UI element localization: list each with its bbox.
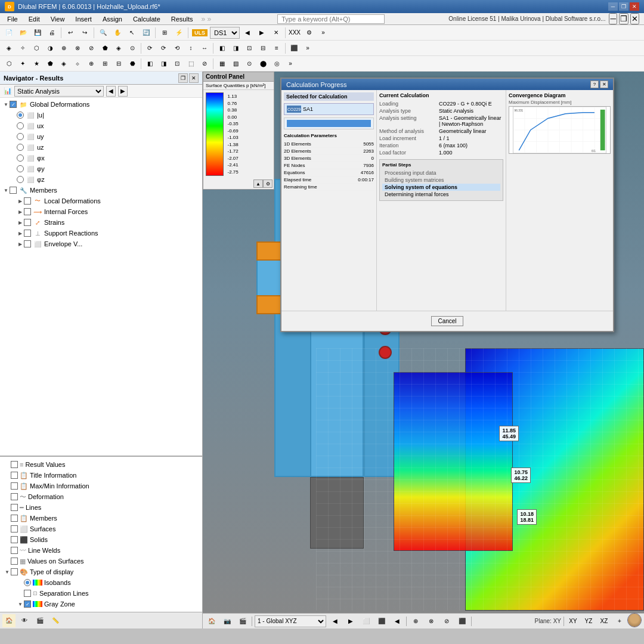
tb-ds-combo[interactable]: DS1 [210, 27, 240, 39]
restore-button[interactable]: ❐ [619, 2, 628, 11]
nav-btn-eye[interactable]: 👁 [18, 614, 31, 627]
static-analysis-select[interactable]: Static Analysis [14, 86, 104, 97]
menu-edit[interactable]: Edit [24, 14, 45, 24]
tb3-17[interactable]: ▧ [229, 57, 242, 70]
tree-item-phiy[interactable]: ⬜ φy [0, 163, 202, 174]
check-local-deformations[interactable] [24, 197, 31, 205]
view-combo[interactable]: 1 - Global XYZ [255, 615, 326, 627]
menu-file[interactable]: File [2, 14, 23, 24]
license-close[interactable]: ✕ [630, 13, 639, 24]
check-members-bottom[interactable] [11, 515, 18, 522]
radio-phiz[interactable] [17, 176, 24, 183]
tb3-7[interactable]: ⊕ [85, 57, 98, 70]
tb3-12[interactable]: ◨ [157, 57, 170, 70]
tb3-11[interactable]: ◧ [143, 57, 156, 70]
tb-new[interactable]: 📄 [2, 26, 16, 39]
bottom-line-welds[interactable]: 〰 Line Welds [0, 545, 202, 556]
menu-calculate[interactable]: Calculate [128, 14, 165, 24]
check-maxmin-info[interactable] [11, 482, 18, 490]
tree-item-local-deformations[interactable]: 〜 Local Deformations [0, 196, 202, 206]
radio-uy[interactable] [17, 133, 24, 140]
menu-results[interactable]: Results [166, 14, 198, 24]
bottom-gray-zone[interactable]: Gray Zone [0, 599, 202, 609]
close-button[interactable]: ✕ [630, 2, 639, 11]
check-members[interactable] [10, 187, 17, 194]
tree-item-phix[interactable]: ⬜ φx [0, 153, 202, 163]
radio-phix[interactable] [17, 154, 24, 162]
expand-strains[interactable] [17, 219, 24, 226]
check-values-surfaces[interactable] [11, 558, 18, 565]
check-lines[interactable] [11, 504, 18, 511]
status-layout-1[interactable]: ⬜ [360, 615, 373, 628]
license-restore[interactable]: ─ [609, 13, 617, 24]
radio-phiy[interactable] [17, 165, 24, 172]
check-surfaces[interactable] [11, 525, 18, 532]
bottom-separation-lines[interactable]: ⊡ Separation Lines [0, 588, 202, 599]
status-nav-1[interactable]: ◀ [329, 615, 342, 628]
tb-rotate[interactable]: 🔄 [140, 26, 153, 39]
minimize-button[interactable]: ─ [608, 2, 618, 11]
bottom-surfaces[interactable]: ⬜ Surfaces [0, 524, 202, 534]
tb2-9[interactable]: ◈ [112, 42, 125, 55]
radio-uz[interactable] [17, 144, 24, 151]
tb3-13[interactable]: ⊡ [171, 57, 184, 70]
check-line-welds[interactable] [11, 547, 18, 554]
tb2-21[interactable]: ⬛ [287, 42, 301, 55]
check-title-info[interactable] [11, 472, 18, 479]
expand-internal-forces[interactable] [17, 208, 24, 215]
check-global-deformations[interactable] [10, 101, 17, 108]
status-axis-1[interactable]: XY [566, 615, 580, 628]
tb-redo[interactable]: ↪ [78, 26, 91, 39]
tb-mark[interactable]: ✕ [270, 26, 283, 39]
tb2-13[interactable]: ⟲ [171, 42, 184, 55]
tb3-20[interactable]: ◎ [270, 57, 283, 70]
dialog-close-btn[interactable]: ✕ [600, 80, 608, 88]
tb-next[interactable]: ▶ [255, 26, 268, 39]
tb2-18[interactable]: ⊡ [243, 42, 256, 55]
tree-item-envelope[interactable]: ⬜ Envelope V... [0, 239, 202, 249]
check-support-reactions[interactable] [24, 230, 31, 237]
tb2-14[interactable]: ↕ [184, 42, 197, 55]
radio-ux[interactable] [17, 122, 24, 129]
bottom-title-info[interactable]: 📋 Title Information [0, 470, 202, 481]
tb-select[interactable]: ↖ [125, 26, 138, 39]
tree-item-members[interactable]: 🔧 Members [0, 185, 202, 196]
status-icon-4[interactable]: ⬛ [456, 615, 469, 628]
nav-close-btn[interactable]: ✕ [189, 73, 199, 83]
tb-settings[interactable]: ⚙ [302, 26, 315, 39]
tree-item-u-abs[interactable]: ⬜ |u| [0, 110, 202, 120]
search-input[interactable] [277, 14, 385, 24]
status-nav-2[interactable]: ▶ [344, 615, 357, 628]
bottom-values-on-surfaces[interactable]: ▦ Values on Surfaces [0, 556, 202, 566]
tree-item-uz[interactable]: ⬜ uz [0, 142, 202, 153]
tb3-16[interactable]: ▦ [215, 57, 228, 70]
tb3-4[interactable]: ⬟ [44, 57, 57, 70]
bottom-type-display[interactable]: 🎨 Type of display [0, 566, 202, 577]
tb3-9[interactable]: ⊟ [112, 57, 125, 70]
expand-members[interactable] [2, 187, 10, 194]
tb3-3[interactable]: ★ [30, 57, 43, 70]
status-icon-3[interactable]: ⊘ [440, 615, 453, 628]
nav-arrow-left[interactable]: ◀ [106, 86, 116, 97]
nav-btn-home[interactable]: 🏠 [2, 614, 16, 627]
tb3-1[interactable]: ⬡ [2, 57, 16, 70]
tb3-6[interactable]: ⟐ [71, 57, 84, 70]
tb-print[interactable]: 🖨 [45, 26, 58, 39]
tb3-10[interactable]: ⬣ [126, 57, 139, 70]
bottom-maxmin-info[interactable]: 📋 Max/Min Information [0, 481, 202, 491]
check-strains[interactable] [24, 219, 31, 226]
tb2-11[interactable]: ⟳ [143, 42, 156, 55]
tree-item-internal-forces[interactable]: ⟿ Internal Forces [0, 206, 202, 217]
tb-zoom[interactable]: 🔍 [97, 26, 110, 39]
expand-envelope[interactable] [17, 240, 24, 247]
tb2-12[interactable]: ⟳ [157, 42, 170, 55]
check-envelope[interactable] [24, 240, 31, 247]
status-layout-2[interactable]: ⬛ [375, 615, 388, 628]
tb2-8[interactable]: ⬟ [98, 42, 112, 55]
tb2-10[interactable]: ⊙ [126, 42, 139, 55]
status-axis-2[interactable]: YZ [582, 615, 595, 628]
tb3-18[interactable]: ⊙ [243, 57, 256, 70]
nav-btn-camera[interactable]: 🎬 [33, 614, 47, 627]
expand-type-display[interactable] [4, 568, 11, 575]
tb2-5[interactable]: ⊕ [57, 42, 70, 55]
